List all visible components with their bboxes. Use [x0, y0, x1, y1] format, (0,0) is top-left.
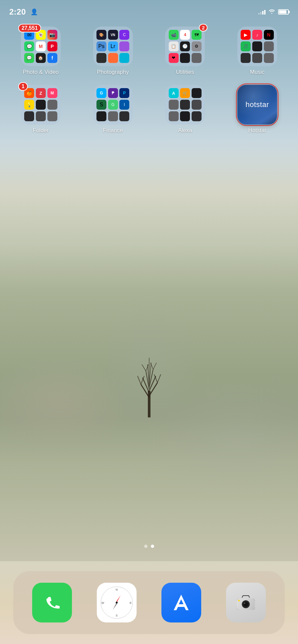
page-dots [144, 545, 154, 548]
signal-bar-2 [260, 12, 262, 15]
hotstar-selection-border: hotstar [237, 85, 277, 125]
mini-zomato: Z [36, 88, 46, 98]
appstore-icon[interactable] [161, 583, 201, 622]
mini-messages: 💬 [24, 53, 34, 63]
mini-folder6 [47, 100, 57, 110]
mini-facetime: 📹 [169, 30, 179, 40]
battery-fill [279, 10, 286, 14]
folder-label: Folder [33, 127, 49, 134]
mini-groww: G [108, 100, 118, 110]
svg-line-10 [138, 376, 141, 384]
mini-photo8 [108, 53, 118, 63]
battery-indicator [278, 9, 289, 15]
camera-dock-item[interactable] [226, 583, 266, 622]
mini-alexa: A [169, 88, 179, 98]
hotstar-icon[interactable]: hotstar [237, 85, 277, 125]
mini-cam1: 🎨 [96, 30, 106, 40]
phone-dock-item[interactable] [32, 583, 72, 622]
mini-alexa3 [192, 88, 202, 98]
mini-myntra: M [47, 88, 57, 98]
photo-video-label: Photo & Video [23, 69, 59, 76]
mini-music7 [241, 53, 251, 63]
mini-folder9 [47, 111, 57, 121]
mini-alexa9 [192, 111, 202, 121]
mini-alexa-shop: 🛒 [180, 88, 190, 98]
svg-point-27 [116, 602, 118, 604]
photography-folder-icon[interactable]: 🎨 VN C Ps Lr [93, 27, 133, 66]
mini-settings: ⚙ [192, 41, 202, 51]
mini-gpay: G [96, 88, 106, 98]
alexa-folder-item[interactable]: A 🛒 Alexa [152, 85, 219, 134]
mini-photo7 [96, 53, 106, 63]
svg-line-17 [153, 363, 156, 369]
mini-finance9 [119, 111, 129, 121]
alexa-folder-icon[interactable]: A 🛒 [165, 85, 205, 125]
mini-folder5 [36, 100, 46, 110]
photo-video-folder-icon[interactable]: 27,551 ✉ 👻 📷 💬 M P 💬 🏠 f [21, 27, 61, 66]
utilities-folder-item[interactable]: 2 📹 4 🗺 📋 🕐 ⚙ ❤ Utilities [152, 27, 219, 76]
music-label: Music [250, 69, 265, 76]
mini-canva: C [119, 30, 129, 40]
mini-gmail: M [36, 41, 46, 51]
mini-cal: 4 [180, 30, 190, 40]
mini-alexa8 [180, 111, 190, 121]
signal-bar-3 [262, 11, 264, 15]
camera-icon[interactable] [226, 583, 266, 622]
finance-folder-item[interactable]: G ₱ P S G I Finance [80, 85, 147, 134]
mini-folder7 [24, 111, 34, 121]
page-dot-2[interactable] [151, 545, 154, 548]
wifi-icon [268, 9, 275, 15]
photo-video-badge: 27,551 [18, 24, 41, 32]
dock: N S E W [13, 571, 285, 634]
safari-dock-item[interactable]: N S E W [97, 583, 137, 622]
safari-icon[interactable]: N S E W [97, 583, 137, 622]
utilities-label: Utilities [176, 69, 194, 76]
svg-point-34 [238, 600, 240, 601]
mini-alexa4 [169, 100, 179, 110]
mini-alexa7 [169, 111, 179, 121]
mini-music6 [264, 41, 274, 51]
mini-photo9 [119, 53, 129, 63]
mini-facebook: f [47, 53, 57, 63]
mini-music8 [252, 53, 262, 63]
utilities-folder-icon[interactable]: 2 📹 4 🗺 📋 🕐 ⚙ ❤ [165, 27, 205, 66]
mini-maps: 🗺 [192, 30, 202, 40]
mini-instagram: 📷 [47, 30, 57, 40]
hotstar-label: Hotstar [248, 127, 267, 134]
status-left: 2:20 👤 [9, 7, 38, 17]
photography-folder-item[interactable]: 🎨 VN C Ps Lr Photography [80, 27, 147, 76]
mini-indmoney: I [119, 100, 129, 110]
hotstar-app-item[interactable]: hotstar Hotstar [224, 85, 291, 134]
mini-notes: 📋 [169, 41, 179, 51]
page-dot-1[interactable] [144, 545, 148, 548]
svg-line-2 [149, 383, 157, 396]
status-right [258, 9, 289, 15]
alexa-label: Alexa [178, 127, 192, 134]
folder-folder-item[interactable]: 1 🍊 Z M 💡 Folder [7, 85, 74, 134]
folder-folder-icon[interactable]: 1 🍊 Z M 💡 [21, 85, 61, 125]
status-time: 2:20 [9, 7, 26, 17]
tree-silhouette [136, 345, 162, 419]
photography-label: Photography [97, 69, 129, 76]
hotstar-text: hotstar [246, 100, 269, 109]
mini-photo6 [119, 41, 129, 51]
signal-bars [258, 9, 266, 15]
person-icon: 👤 [30, 8, 38, 16]
phone-icon[interactable] [32, 583, 72, 622]
finance-folder-icon[interactable]: G ₱ P S G I [93, 85, 133, 125]
mini-alexa6 [192, 100, 202, 110]
mini-music5 [252, 41, 262, 51]
appstore-dock-item[interactable] [161, 583, 201, 622]
mini-ps: Ps [96, 41, 106, 51]
svg-text:E: E [130, 601, 132, 605]
mini-apple-music: ♪ [252, 30, 262, 40]
mini-alexa5 [180, 100, 190, 110]
app-grid: 27,551 ✉ 👻 📷 💬 M P 💬 🏠 f Photo & Video 🎨… [0, 27, 298, 134]
photo-video-folder-item[interactable]: 27,551 ✉ 👻 📷 💬 M P 💬 🏠 f Photo & Video [7, 27, 74, 76]
mini-health: ❤ [169, 53, 179, 63]
svg-point-33 [244, 603, 245, 604]
music-folder-icon[interactable]: ▶ ♪ N 🎵 [237, 27, 277, 66]
music-folder-item[interactable]: ▶ ♪ N 🎵 Music [224, 27, 291, 76]
svg-text:W: W [101, 601, 104, 605]
mini-whatsapp: 💬 [24, 41, 34, 51]
